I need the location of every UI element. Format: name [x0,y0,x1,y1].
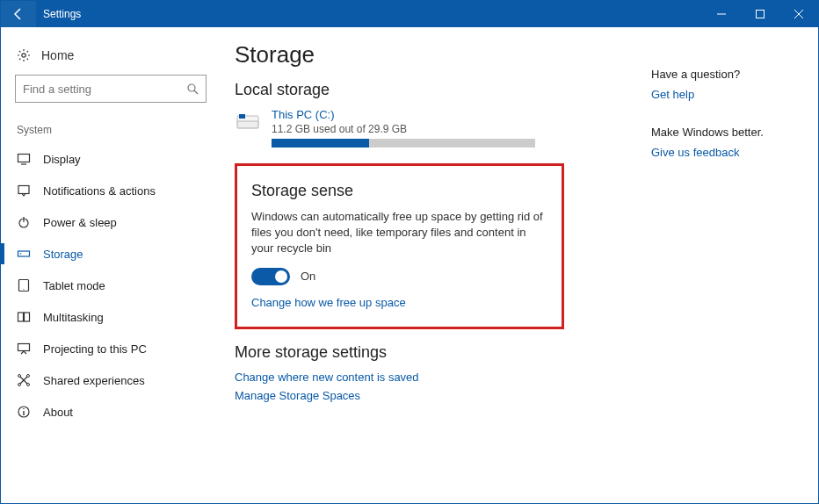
display-icon [17,152,31,166]
drive-usage-text: 11.2 GB used out of 29.9 GB [272,123,535,135]
content: Storage Local storage This PC (C:) 11.2 … [235,41,634,503]
minimize-button[interactable] [702,1,741,27]
search-input[interactable] [23,83,186,96]
svg-point-4 [22,54,25,57]
storage-sense-description: Windows can automatically free up space … [251,209,547,257]
sidebar-item-label: Display [43,153,81,166]
sidebar-item-display[interactable]: Display [1,143,221,175]
drive-usage-bar [272,139,535,148]
back-button[interactable] [1,1,36,27]
sidebar-group-label: System [1,119,221,143]
sidebar-item-projecting[interactable]: Projecting to this PC [1,333,221,364]
svg-rect-16 [18,313,24,321]
storage-sense-toggle-label: On [301,270,315,283]
storage-sense-toggle[interactable] [251,268,290,285]
sidebar-item-label: Shared experiences [43,374,145,387]
sidebar-item-multitasking[interactable]: Multitasking [1,301,221,333]
drive-icon [235,112,261,134]
home-label: Home [41,48,74,62]
sidebar-item-label: Tablet mode [43,279,105,292]
sidebar-item-label: Projecting to this PC [43,342,147,356]
close-button[interactable] [779,1,818,27]
sidebar: Home System Display Notifications & acti… [1,27,221,503]
sidebar-item-power[interactable]: Power & sleep [1,206,221,238]
title-bar: Settings [1,1,818,27]
get-help-link[interactable]: Get help [651,88,792,101]
svg-point-24 [27,384,30,386]
change-free-up-link[interactable]: Change how we free up space [251,296,547,309]
storage-sense-heading: Storage sense [251,182,547,200]
svg-rect-1 [757,11,765,18]
sidebar-item-about[interactable]: About [1,396,221,428]
sidebar-item-notifications[interactable]: Notifications & actions [1,175,221,206]
feedback-heading: Make Windows better. [651,126,792,139]
give-feedback-link[interactable]: Give us feedback [651,146,792,159]
projecting-icon [17,342,31,356]
sidebar-item-label: Notifications & actions [43,184,156,198]
svg-rect-30 [239,114,245,119]
multitasking-icon [17,310,31,324]
svg-rect-12 [18,251,30,256]
drive-name[interactable]: This PC (C:) [272,108,535,121]
change-content-saved-link[interactable]: Change where new content is saved [235,371,634,384]
search-box[interactable] [15,75,207,103]
sidebar-item-storage[interactable]: Storage [1,238,221,270]
search-icon [186,83,199,95]
sidebar-item-label: Storage [43,248,83,261]
svg-point-22 [27,375,30,378]
svg-rect-7 [18,155,30,162]
svg-point-27 [23,408,25,410]
svg-rect-9 [18,186,29,194]
storage-icon [17,247,31,261]
sidebar-item-label: About [43,406,73,419]
gear-icon [17,48,31,62]
svg-rect-18 [18,344,30,351]
more-settings-heading: More storage settings [235,343,634,362]
page-title: Storage [235,41,634,68]
tablet-icon [17,278,31,292]
window-title: Settings [43,8,81,20]
svg-rect-17 [25,313,30,321]
manage-storage-spaces-link[interactable]: Manage Storage Spaces [235,389,634,402]
svg-point-21 [18,375,21,378]
drive-row[interactable]: This PC (C:) 11.2 GB used out of 29.9 GB [235,108,634,148]
notifications-icon [17,184,31,198]
sidebar-item-tablet[interactable]: Tablet mode [1,270,221,301]
svg-line-6 [194,90,198,94]
home-nav[interactable]: Home [1,43,221,75]
question-heading: Have a question? [651,68,792,81]
shared-icon [17,373,31,387]
storage-sense-section: Storage sense Windows can automatically … [235,163,564,329]
sidebar-item-label: Power & sleep [43,216,117,229]
sidebar-item-shared[interactable]: Shared experiences [1,364,221,396]
svg-point-15 [23,289,24,290]
svg-point-23 [18,384,21,386]
local-storage-heading: Local storage [235,81,634,99]
power-icon [17,215,31,229]
maximize-button[interactable] [741,1,779,27]
right-column: Have a question? Get help Make Windows b… [634,41,792,503]
about-icon [17,405,31,419]
svg-point-5 [188,84,195,91]
sidebar-item-label: Multitasking [43,311,104,324]
svg-point-13 [20,253,22,255]
